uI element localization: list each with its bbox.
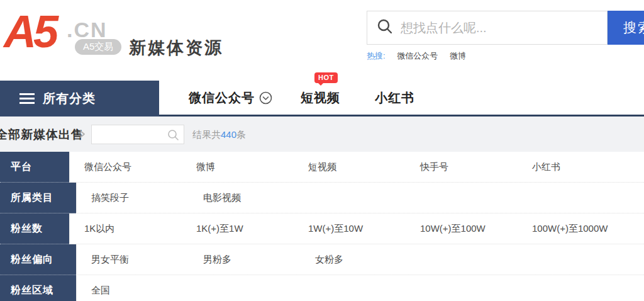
- all-categories-label: 所有分类: [43, 90, 96, 107]
- search-icon: [377, 18, 393, 37]
- filter-option[interactable]: 快手号: [420, 161, 532, 173]
- filter-option[interactable]: 女粉多: [315, 254, 427, 266]
- search-button[interactable]: 搜索: [608, 11, 644, 45]
- filter-option[interactable]: 1K(+)至1W: [196, 223, 308, 235]
- filter-option[interactable]: 微博: [196, 161, 308, 173]
- filter-row-label: 平台: [0, 152, 69, 183]
- filter-option[interactable]: 男粉多: [203, 254, 315, 266]
- filter-row-label: 所属类目: [0, 183, 76, 213]
- page: A5 .CN A5交易 新媒体资源 搜索 热搜: 微信公众号 微博 所有分类 微…: [0, 0, 644, 301]
- filter-option[interactable]: 男女平衡: [91, 254, 203, 266]
- breadcrumb-bar: 全部新媒体出售 结果共440条: [0, 116, 644, 152]
- filter-row-label: 粉丝数: [0, 213, 69, 244]
- hot-search-link-wechat[interactable]: 微信公众号: [397, 51, 438, 60]
- filter-option[interactable]: 电影视频: [203, 192, 315, 204]
- nav-item-wechat-official[interactable]: 微信公众号: [189, 81, 272, 115]
- filter-option[interactable]: 100W(+)至1000W: [532, 223, 644, 235]
- filter-search-input[interactable]: [92, 125, 164, 144]
- hot-search-row: 热搜: 微信公众号 微博: [367, 50, 466, 62]
- breadcrumb-title[interactable]: 全部新媒体出售: [0, 127, 84, 143]
- result-count-text: 结果共440条: [192, 129, 246, 141]
- brand-logo: A5: [4, 9, 55, 54]
- chevron-down-circle-icon[interactable]: [259, 91, 272, 105]
- filter-option[interactable]: 微信公众号: [84, 161, 196, 173]
- hot-search-link-weibo[interactable]: 微博: [450, 51, 466, 60]
- filter-row-fan-count: 粉丝数 1K以内 1K(+)至1W 1W(+)至10W 10W(+)至100W …: [0, 213, 644, 244]
- result-count: 440: [221, 129, 236, 140]
- filter-row-fan-region: 粉丝区域 全国: [0, 275, 644, 301]
- filter-option[interactable]: 小红书: [532, 161, 644, 173]
- hot-badge: HOT: [314, 72, 338, 83]
- nav-item-xiaohongshu[interactable]: 小红书: [375, 81, 414, 115]
- filter-option[interactable]: 10W(+)至100W: [420, 223, 532, 235]
- search-icon[interactable]: [167, 129, 179, 144]
- brand-subtitle: 新媒体资源: [129, 37, 223, 59]
- result-suffix: 条: [236, 129, 246, 140]
- filter-row-platform: 平台 微信公众号 微博 短视频 快手号 小红书: [0, 152, 644, 183]
- all-categories-button[interactable]: 所有分类: [0, 81, 159, 116]
- nav-item-label: 小红书: [375, 89, 414, 106]
- filter-option[interactable]: 1W(+)至10W: [308, 223, 420, 235]
- filter-table: 平台 微信公众号 微博 短视频 快手号 小红书 所属类目 搞笑段子 电影视频 粉…: [0, 152, 644, 301]
- filter-row-label: 粉丝偏向: [0, 244, 76, 275]
- header-search-bar: [367, 11, 608, 45]
- filter-search-box: [91, 125, 184, 144]
- result-prefix: 结果共: [192, 129, 221, 140]
- hamburger-icon: [19, 91, 35, 106]
- filter-option[interactable]: 搞笑段子: [91, 192, 203, 204]
- filter-row-category: 所属类目 搞笑段子 电影视频: [0, 183, 644, 213]
- nav-item-label: 短视频: [301, 89, 340, 106]
- brand-badge: A5交易: [75, 39, 121, 55]
- filter-row-fan-gender: 粉丝偏向 男女平衡 男粉多 女粉多: [0, 244, 644, 275]
- filter-row-label: 粉丝区域: [0, 275, 76, 301]
- filter-option[interactable]: 1K以内: [84, 223, 196, 235]
- filter-option[interactable]: 全国: [91, 285, 203, 297]
- filter-option[interactable]: 短视频: [308, 161, 420, 173]
- nav-item-label: 微信公众号: [189, 89, 255, 106]
- chevron-right-icon: [79, 130, 86, 141]
- header-search-input[interactable]: [401, 21, 607, 35]
- hot-search-label: 热搜:: [367, 51, 386, 60]
